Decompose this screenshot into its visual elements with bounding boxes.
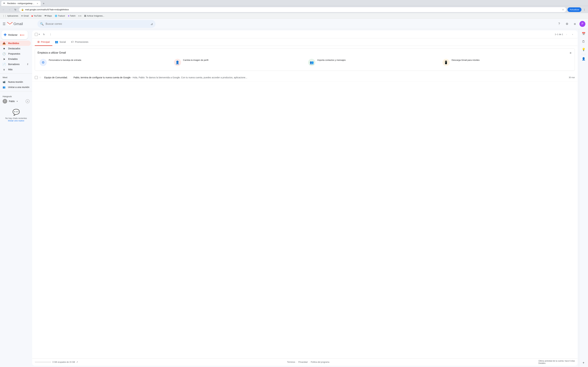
right-sidebar-add-button[interactable]: + xyxy=(581,360,587,366)
active-tab[interactable]: ✉ Recibidos - rodriguezgadeapa... ✕ xyxy=(1,1,41,6)
bookmark-youtube-label: YouTube xyxy=(34,15,42,17)
footer-privacy-link[interactable]: Privacidad xyxy=(298,361,308,363)
gmail-search: 🔍 ⊿ xyxy=(37,20,156,28)
right-sidebar-calendar-button[interactable]: 📅 xyxy=(580,31,587,37)
table-row[interactable]: ☆ Equipo de Comunidad. Pablo, termina de… xyxy=(32,73,578,82)
right-sidebar-keep-button[interactable]: 💡 xyxy=(580,46,587,53)
sidebar-item-enviados[interactable]: ➤ Enviados xyxy=(0,56,31,62)
bookmark-achicar[interactable]: 🖼 Achicar Imágenes... xyxy=(83,14,105,18)
settings-button[interactable]: ⚙ xyxy=(564,21,570,27)
menu-button[interactable]: ⋮ xyxy=(582,7,587,12)
more-options-button[interactable]: ⋮ xyxy=(48,32,53,37)
bookmark-gmail[interactable]: ✉ Gmail xyxy=(20,14,30,18)
nav-actions: Actualizar ⋮ xyxy=(568,7,587,12)
email-star-icon[interactable]: ☆ xyxy=(39,76,43,79)
help-button[interactable]: ? xyxy=(556,21,562,27)
pablo-avatar: P xyxy=(3,99,7,104)
sidebar-item-pospuestos[interactable]: 🕐 Pospuestos xyxy=(0,51,31,56)
borradores-label: Borradores xyxy=(8,63,19,66)
inbox-tabs: ⊞ Principal 👥 Social 🏷 Promociones xyxy=(32,38,578,46)
new-tab-button[interactable]: + xyxy=(41,1,46,6)
bookmark-aplicaciones[interactable]: ⋮⋮ Aplicaciones xyxy=(1,14,19,18)
gmail-app: ☰ Gmail 🔍 ⊿ xyxy=(0,19,588,367)
mas-icon: ∨ xyxy=(3,68,6,71)
tab-social[interactable]: 👥 Social xyxy=(52,38,69,46)
storage-external-link-icon[interactable]: ↗ xyxy=(76,361,78,363)
pablo-dropdown[interactable]: ▼ xyxy=(17,100,18,102)
sidebar-item-nueva-reunion[interactable]: 📹 Nueva reunión xyxy=(0,79,32,84)
unirse-reunion-icon: 👥 xyxy=(3,86,5,88)
sidebar-item-unirse-reunion[interactable]: 👥 Unirse a una reunión xyxy=(0,84,32,90)
refresh-button[interactable]: ↻ xyxy=(41,32,47,37)
url-text: mail.google.com/mail/u/0/?tab=rm&ogbl#in… xyxy=(25,8,561,11)
nav-bar: ← → ↻ 🔒 mail.google.com/mail/u/0/?tab=rm… xyxy=(0,6,588,13)
bookmark-twitch-label: Twitch xyxy=(70,15,76,17)
sidebar-item-borradores[interactable]: 📄 Borradores 2 xyxy=(0,62,31,67)
main-content: ▼ ↻ ⋮ 1–1 de 1 ‹ › ⊞ Principal 👥 Soci xyxy=(32,31,578,366)
footer-links: Términos · Privacidad · Política del pro… xyxy=(287,361,329,363)
bookmark-star-icon[interactable]: ☆ xyxy=(562,8,564,11)
hangouts-section-title: Hangouts xyxy=(0,94,32,98)
next-page-button[interactable]: › xyxy=(570,32,575,37)
footer-program-link[interactable]: Política del programa xyxy=(311,361,329,363)
email-sender: Equipo de Comunidad. xyxy=(44,76,72,79)
forward-button[interactable]: → xyxy=(7,7,12,12)
details-link[interactable]: Detalles xyxy=(538,362,545,364)
bookmark-traducir-label: Traducir xyxy=(58,15,65,17)
add-hangout-button[interactable]: + xyxy=(26,99,30,103)
bookmark-traducir[interactable]: 🌐 Traducir xyxy=(53,14,66,18)
apps-button[interactable]: ⊞ xyxy=(571,21,578,27)
sidebar-item-mas[interactable]: ∨ Más xyxy=(0,67,31,72)
search-icon: 🔍 xyxy=(40,22,44,26)
gs-card-imagen[interactable]: 👤 Cambia la imagen de perfil xyxy=(172,57,304,68)
tab-principal[interactable]: ⊞ Principal xyxy=(35,38,52,46)
nueva-reunion-icon: 📹 xyxy=(3,81,5,83)
bookmark-youtube[interactable]: ▶ YouTube xyxy=(30,14,43,18)
account-avatar[interactable]: P xyxy=(579,21,585,27)
getting-started-close-button[interactable]: ✕ xyxy=(568,51,573,55)
sidebar-item-recibidos[interactable]: 📥 Recibidos xyxy=(0,41,31,46)
tab-favicon: ✉ xyxy=(3,2,6,5)
select-all-area[interactable]: ▼ xyxy=(35,33,40,36)
gs-card-importa[interactable]: 👥 Importa contactos y mensajes xyxy=(306,57,438,68)
address-bar[interactable]: 🔒 mail.google.com/mail/u/0/?tab=rm&ogbl#… xyxy=(19,7,566,12)
search-tune-icon[interactable]: ⊿ xyxy=(150,22,153,26)
search-box[interactable]: 🔍 ⊿ xyxy=(37,20,156,28)
update-button[interactable]: Actualizar xyxy=(568,7,581,12)
select-all-checkbox[interactable] xyxy=(35,33,38,36)
principal-tab-icon: ⊞ xyxy=(37,40,40,43)
hamburger-menu-icon[interactable]: ☰ xyxy=(3,22,6,26)
gs-card-descarga[interactable]: 📱 Descarga Gmail para móviles xyxy=(441,57,572,68)
email-preview-text: - Hola, Pablo: Te damos la bienvenida a … xyxy=(131,76,247,79)
hangout-user-pablo[interactable]: P Pablo ▼ + xyxy=(0,98,32,104)
email-checkbox[interactable] xyxy=(35,76,38,79)
right-sidebar-tasks-button[interactable]: 🗒 xyxy=(580,38,587,45)
twitch-favicon: ■ xyxy=(68,15,69,17)
bookmark-twitch[interactable]: ■ Twitch xyxy=(67,14,77,18)
back-button[interactable]: ← xyxy=(1,7,6,12)
sidebar-item-destacados[interactable]: ★ Destacados xyxy=(0,46,31,51)
search-input[interactable] xyxy=(46,22,148,25)
checkbox-dropdown-icon[interactable]: ▼ xyxy=(38,33,40,35)
gmail-favicon: ✉ xyxy=(21,15,23,17)
compose-button[interactable]: ✚ Redactar ⟵ xyxy=(1,31,28,39)
footer-terms-link[interactable]: Términos xyxy=(287,361,295,363)
tab-promociones[interactable]: 🏷 Promociones xyxy=(69,38,91,46)
gmail-header-left: ☰ Gmail xyxy=(3,22,35,26)
storage-bar xyxy=(35,362,51,362)
bookmark-maps[interactable]: 🗺 Maps xyxy=(43,14,53,18)
nueva-reunion-label: Nueva reunión xyxy=(8,81,23,83)
tab-close-button[interactable]: ✕ xyxy=(36,2,39,5)
no-chats-text: No hay chats recientes xyxy=(3,117,30,119)
start-chat-link[interactable]: Iniciar uno nuevo xyxy=(3,119,30,122)
reload-button[interactable]: ↻ xyxy=(13,7,18,12)
gs-personaliza-text: Personaliza tu bandeja de entrada xyxy=(49,59,81,61)
no-chats-icon: 💬 xyxy=(3,109,30,116)
prev-page-button[interactable]: ‹ xyxy=(564,32,569,37)
compose-plus-icon: ✚ xyxy=(4,33,7,37)
right-sidebar-contacts-button[interactable]: 👤 xyxy=(580,56,587,62)
pagination-text: 1–1 de 1 xyxy=(555,33,563,35)
bookmark-n[interactable]: n n xyxy=(77,14,83,18)
gs-card-personaliza[interactable]: ⚙ Personaliza tu bandeja de entrada xyxy=(38,57,169,68)
bookmark-maps-label: Maps xyxy=(47,15,52,17)
